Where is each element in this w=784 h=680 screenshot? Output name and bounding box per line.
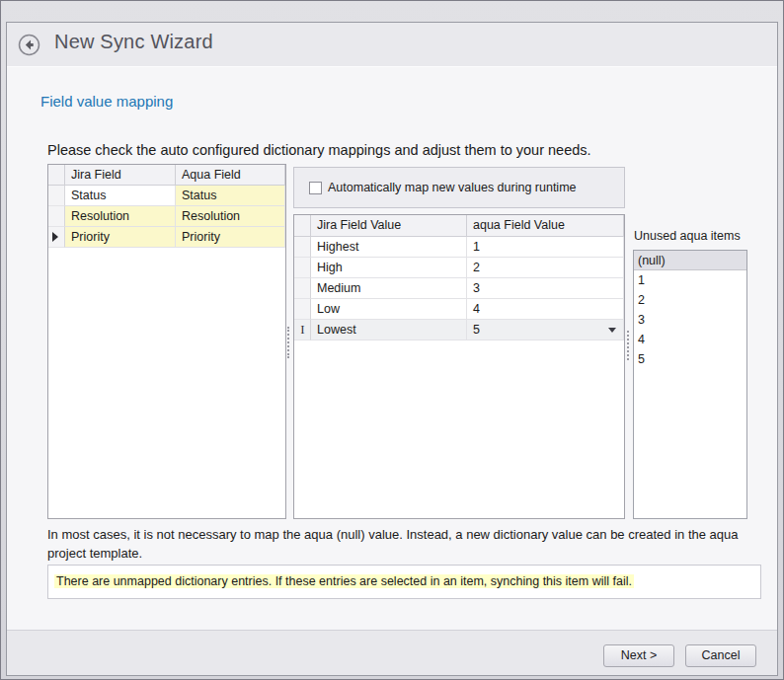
cell-jira-value[interactable]: Low xyxy=(311,299,467,320)
column-header-aqua-field[interactable]: Aqua Field xyxy=(176,165,285,186)
table-row[interactable]: Low 4 xyxy=(294,299,624,320)
field-mapping-table: Jira Field Aqua Field Status Status Reso… xyxy=(47,164,286,519)
cell-aqua-value[interactable]: 1 xyxy=(467,237,624,258)
cell-aqua-field[interactable]: Priority xyxy=(176,227,285,248)
cell-jira-field[interactable]: Priority xyxy=(65,227,176,248)
wizard-header: New Sync Wizard xyxy=(7,23,777,67)
cell-aqua-value[interactable]: 3 xyxy=(467,278,624,299)
warning-box: There are unmapped dictionary entries. I… xyxy=(47,565,761,599)
column-header-aqua-field-value[interactable]: aqua Field Value xyxy=(467,215,624,237)
list-item-selected[interactable]: (null) xyxy=(634,251,746,270)
edit-cursor-icon: I xyxy=(296,322,309,338)
row-indicator-header xyxy=(48,165,65,186)
footer-bar: Next > Cancel xyxy=(7,630,777,675)
table-row-editing[interactable]: I Lowest 5 xyxy=(294,320,624,340)
cell-aqua-value[interactable]: 2 xyxy=(467,258,624,278)
splitter-grip-right[interactable] xyxy=(627,331,631,360)
row-indicator xyxy=(48,206,65,227)
list-item[interactable]: 3 xyxy=(634,310,746,330)
footnote-text: In most cases, it is not necessary to ma… xyxy=(47,525,739,563)
instruction-text: Please check the auto configured diction… xyxy=(47,142,591,158)
field-table-header-row: Jira Field Aqua Field xyxy=(48,165,285,186)
table-row[interactable]: Status Status xyxy=(48,186,285,206)
cell-jira-field[interactable]: Resolution xyxy=(65,206,176,227)
wizard-window: New Sync Wizard Field value mapping Plea… xyxy=(0,0,784,680)
table-row[interactable]: High 2 xyxy=(294,258,624,278)
value-mapping-table: Jira Field Value aqua Field Value Highes… xyxy=(293,214,625,519)
list-item[interactable]: 1 xyxy=(634,270,746,290)
column-header-jira-field[interactable]: Jira Field xyxy=(65,165,176,186)
table-row[interactable]: Medium 3 xyxy=(294,278,624,299)
cell-aqua-value[interactable]: 4 xyxy=(467,299,624,320)
table-row-current[interactable]: Priority Priority xyxy=(48,227,285,248)
unused-items-list: (null) 1 2 3 4 5 xyxy=(633,250,747,519)
dropdown-arrow-icon[interactable] xyxy=(608,328,616,333)
value-table-header-row: Jira Field Value aqua Field Value xyxy=(294,215,624,237)
cell-aqua-field[interactable]: Status xyxy=(176,186,285,206)
next-button[interactable]: Next > xyxy=(603,644,674,667)
cell-jira-value[interactable]: Lowest xyxy=(311,320,467,340)
cancel-button[interactable]: Cancel xyxy=(685,644,756,667)
cell-jira-value[interactable]: High xyxy=(311,258,467,278)
cell-aqua-field[interactable]: Resolution xyxy=(176,206,285,227)
cell-jira-value[interactable]: Medium xyxy=(311,278,467,299)
list-item[interactable]: 5 xyxy=(634,349,746,369)
row-indicator xyxy=(294,237,311,258)
window-title: New Sync Wizard xyxy=(54,31,213,53)
editor-value: 5 xyxy=(473,323,480,337)
page-title: Field value mapping xyxy=(40,93,173,110)
auto-map-panel: Automatically map new values during runt… xyxy=(293,167,625,208)
auto-map-checkbox[interactable] xyxy=(309,182,322,194)
row-indicator xyxy=(294,299,311,320)
row-indicator xyxy=(48,227,65,248)
row-indicator xyxy=(294,278,311,299)
row-indicator-header xyxy=(294,215,311,237)
cell-jira-field[interactable]: Status xyxy=(65,186,176,206)
unused-items-label: Unused aqua items xyxy=(634,229,741,243)
row-indicator: I xyxy=(294,320,311,340)
current-row-arrow-icon xyxy=(52,232,58,242)
back-arrow-icon xyxy=(18,42,40,59)
column-header-jira-field-value[interactable]: Jira Field Value xyxy=(311,215,467,237)
title-bar[interactable] xyxy=(1,1,783,22)
cell-aqua-value-editor[interactable]: 5 xyxy=(467,320,624,340)
list-item[interactable]: 2 xyxy=(634,290,746,310)
back-button[interactable] xyxy=(18,34,40,56)
splitter-grip-left[interactable] xyxy=(287,327,291,358)
row-indicator xyxy=(294,258,311,278)
row-indicator xyxy=(48,186,65,206)
list-item[interactable]: 4 xyxy=(634,330,746,349)
cell-jira-value[interactable]: Highest xyxy=(311,237,467,258)
table-row[interactable]: Resolution Resolution xyxy=(48,206,285,227)
table-row[interactable]: Highest 1 xyxy=(294,237,624,258)
warning-text: There are unmapped dictionary entries. I… xyxy=(54,574,634,588)
auto-map-label[interactable]: Automatically map new values during runt… xyxy=(328,181,577,194)
